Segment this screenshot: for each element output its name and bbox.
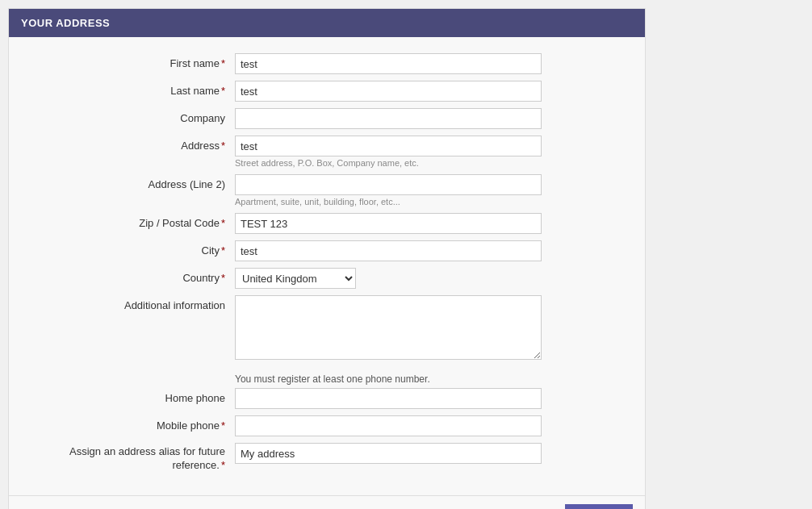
home-phone-field-wrap [235, 388, 542, 409]
phone-notice: You must register at least one phone num… [25, 369, 629, 388]
address2-field-wrap: Apartment, suite, unit, building, floor,… [235, 174, 542, 207]
footer-bar: *Required field Register [9, 495, 645, 509]
company-input[interactable] [235, 108, 542, 129]
first-name-input[interactable] [235, 53, 542, 74]
alias-required: * [221, 459, 225, 471]
city-input[interactable] [235, 240, 542, 261]
additional-info-field-wrap [235, 295, 542, 362]
additional-info-textarea[interactable] [235, 295, 542, 360]
country-select[interactable]: United Kingdom United States France Germ… [235, 268, 356, 289]
form-body: First name* Last name* Company [9, 37, 645, 487]
city-label: City* [25, 240, 235, 257]
city-row: City* [25, 240, 629, 261]
page-container: YOUR ADDRESS First name* Last name* Comp… [8, 8, 646, 509]
zip-row: Zip / Postal Code* [25, 213, 629, 234]
zip-field-wrap [235, 213, 542, 234]
address-input[interactable] [235, 136, 542, 156]
alias-row: Assign an address alias for future refer… [25, 443, 629, 473]
mobile-phone-label: Mobile phone* [25, 415, 235, 432]
additional-info-label: Additional information [25, 295, 235, 311]
address-row: Address* Street address, P.O. Box, Compa… [25, 136, 629, 168]
alias-field-wrap [235, 443, 542, 464]
register-button[interactable]: Register [565, 504, 633, 509]
country-row: Country* United Kingdom United States Fr… [25, 268, 629, 289]
alias-input[interactable] [235, 443, 542, 464]
alias-label: Assign an address alias for future refer… [25, 443, 235, 473]
first-name-label: First name* [25, 53, 235, 69]
last-name-field-wrap [235, 81, 542, 102]
address-required: * [221, 140, 225, 152]
zip-label: Zip / Postal Code* [25, 213, 235, 229]
last-name-required: * [221, 85, 225, 97]
home-phone-row: Home phone [25, 388, 629, 409]
last-name-label: Last name* [25, 81, 235, 97]
additional-info-row: Additional information [25, 295, 629, 362]
mobile-phone-field-wrap [235, 415, 542, 436]
zip-input[interactable] [235, 213, 542, 234]
address-field-wrap: Street address, P.O. Box, Company name, … [235, 136, 542, 168]
country-required: * [221, 272, 225, 284]
zip-required: * [221, 217, 225, 229]
section-title: YOUR ADDRESS [21, 17, 110, 29]
first-name-row: First name* [25, 53, 629, 74]
address2-row: Address (Line 2) Apartment, suite, unit,… [25, 174, 629, 207]
city-field-wrap [235, 240, 542, 261]
company-field-wrap [235, 108, 542, 129]
last-name-input[interactable] [235, 81, 542, 102]
home-phone-label: Home phone [25, 388, 235, 404]
mobile-phone-row: Mobile phone* [25, 415, 629, 436]
company-row: Company [25, 108, 629, 129]
home-phone-input[interactable] [235, 388, 542, 409]
address2-label: Address (Line 2) [25, 174, 235, 190]
company-label: Company [25, 108, 235, 124]
section-header: YOUR ADDRESS [9, 9, 645, 37]
mobile-phone-input[interactable] [235, 415, 542, 436]
country-label: Country* [25, 268, 235, 284]
first-name-field-wrap [235, 53, 542, 74]
address2-hint: Apartment, suite, unit, building, floor,… [235, 197, 542, 207]
city-required: * [221, 244, 225, 257]
country-field-wrap: United Kingdom United States France Germ… [235, 268, 542, 289]
mobile-phone-required: * [221, 419, 225, 432]
last-name-row: Last name* [25, 81, 629, 102]
address2-input[interactable] [235, 174, 542, 195]
address-hint: Street address, P.O. Box, Company name, … [235, 158, 542, 168]
address-label: Address* [25, 136, 235, 152]
first-name-required: * [221, 57, 225, 69]
